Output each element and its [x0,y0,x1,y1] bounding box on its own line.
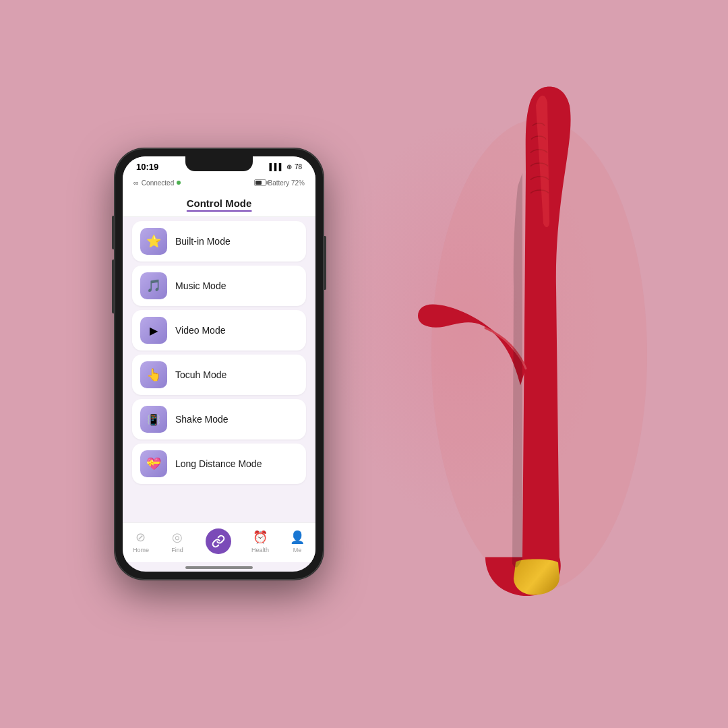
status-time: 10:19 [136,162,158,172]
battery-icon [254,179,266,186]
mode-label-touch: Tocuh Mode [175,369,226,380]
phone-notch [185,156,253,171]
mode-icon-longdistance: 💝 [140,450,167,477]
nav-item-home[interactable]: ⊘ Home [133,529,149,553]
mode-icon-builtin: ⭐ [140,228,167,255]
wifi-icon: ⊕ [286,163,292,171]
phone: 10:19 ▌▌▌ ⊕ 78 ∞ Connected [115,148,324,580]
modes-list: ⭐ Built-in Mode 🎵 Music Mode ▶ Video Mod… [123,217,315,522]
nav-label-home: Home [133,547,149,553]
nav-item-health[interactable]: ⏰ Health [251,529,269,553]
mode-item-builtin[interactable]: ⭐ Built-in Mode [132,221,306,262]
mode-icon-touch: 👆 [140,361,167,388]
nav-item-connect[interactable] [206,528,231,554]
mode-icon-shake: 📳 [140,406,167,433]
page-title-section: Control Mode [123,192,315,217]
bottom-nav: ⊘ Home ◎ Find [123,522,315,562]
nav-item-find[interactable]: ◎ Find [169,529,185,553]
signal-icon: ▌▌▌ [270,163,284,171]
find-icon: ◎ [169,529,185,545]
link-icon: ∞ [133,179,139,187]
battery-info: Battery 72% [254,179,305,187]
connected-label: Connected [142,179,174,187]
battery-status: 78 [295,163,302,171]
mode-icon-video: ▶ [140,317,167,344]
home-icon: ⊘ [133,529,149,545]
battery-label: Battery 72% [268,179,305,187]
side-button-power [324,236,326,290]
nav-label-me: Me [293,547,302,553]
home-indicator [185,566,253,569]
side-button-vol-down [112,260,114,313]
connected-badge: ∞ Connected [133,179,181,187]
mode-item-music[interactable]: 🎵 Music Mode [132,266,306,306]
page-title: Control Mode [187,198,252,209]
connected-dot [177,181,181,185]
phone-screen: 10:19 ▌▌▌ ⊕ 78 ∞ Connected [123,156,315,572]
mode-label-music: Music Mode [175,280,226,291]
health-icon: ⏰ [252,529,268,545]
mode-label-video: Video Mode [175,325,225,336]
mode-item-video[interactable]: ▶ Video Mode [132,310,306,351]
phone-wrapper: 10:19 ▌▌▌ ⊕ 78 ∞ Connected [115,148,324,580]
product-device [391,86,647,611]
mode-label-shake: Shake Mode [175,414,229,425]
mode-label-longdistance: Long Distance Mode [175,458,262,469]
status-icons: ▌▌▌ ⊕ 78 [270,163,302,171]
mode-item-touch[interactable]: 👆 Tocuh Mode [132,355,306,395]
connect-icon [206,528,231,554]
mode-item-longdistance[interactable]: 💝 Long Distance Mode [132,444,306,484]
side-button-vol-up [112,216,114,249]
mode-icon-music: 🎵 [140,272,167,299]
app-header: ∞ Connected Battery 72% [123,175,315,192]
battery-fill [255,181,262,185]
scene: 10:19 ▌▌▌ ⊕ 78 ∞ Connected [61,61,667,667]
nav-item-me[interactable]: 👤 Me [289,529,305,553]
mode-label-builtin: Built-in Mode [175,236,231,247]
nav-label-find: Find [171,547,183,553]
me-icon: 👤 [289,529,305,545]
mode-item-shake[interactable]: 📳 Shake Mode [132,399,306,439]
nav-label-health: Health [251,547,269,553]
